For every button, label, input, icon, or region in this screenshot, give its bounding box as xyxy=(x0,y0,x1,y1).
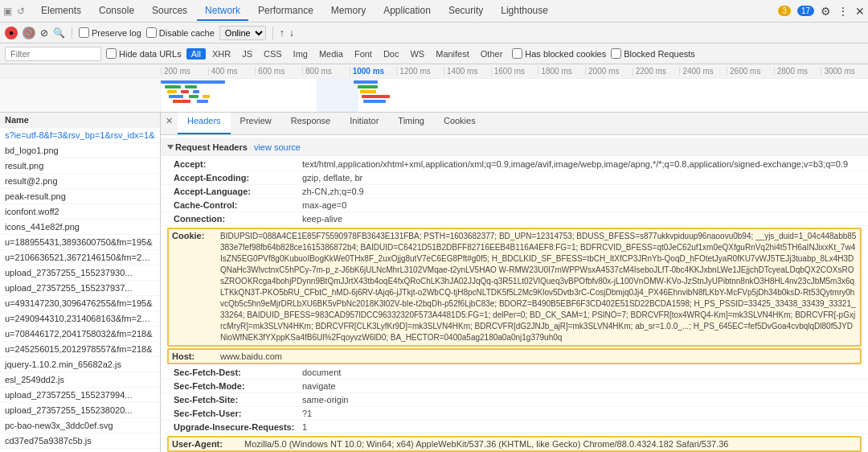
tab-timing[interactable]: Timing xyxy=(388,113,434,134)
svg-rect-10 xyxy=(197,100,208,103)
list-item[interactable]: pc-bao-new3x_3ddc0ef.svg xyxy=(0,418,160,434)
section-toggle-icon[interactable] xyxy=(167,145,174,150)
tick-1200: 1200 ms xyxy=(396,67,444,76)
list-item[interactable]: esl_2549dd2.js xyxy=(0,372,160,388)
header-name: Sec-Fetch-Dest: xyxy=(174,368,302,377)
svg-rect-13 xyxy=(360,90,376,93)
header-accept: Accept: text/html,application/xhtml+xml,… xyxy=(161,158,868,171)
header-sec-fetch-user: Sec-Fetch-User: ?1 xyxy=(161,407,868,421)
list-item[interactable]: cd37ed75a9387c5b.js xyxy=(0,434,160,449)
network-controls: ● 🚫 ⊘ 🔍 Preserve log Disable cache Onlin… xyxy=(0,23,868,43)
header-sec-fetch-dest: Sec-Fetch-Dest: document xyxy=(161,366,868,380)
list-item[interactable]: upload_27357255_155237994... xyxy=(0,388,160,403)
header-name: Sec-Fetch-Mode: xyxy=(174,381,302,391)
blocked-requests-checkbox[interactable] xyxy=(611,48,621,59)
filter-type-js[interactable]: JS xyxy=(237,48,257,60)
file-list: Name s?ie=utf-8&f=3&rsv_bp=1&rsv_idx=1& … xyxy=(0,113,161,452)
tab-headers[interactable]: Headers xyxy=(178,113,231,134)
tab-performance[interactable]: Performance xyxy=(250,2,321,21)
more-icon[interactable]: ⋮ xyxy=(837,5,849,18)
tick-3000: 3000 ms xyxy=(821,67,868,76)
warning-badge[interactable]: 3 xyxy=(778,6,791,16)
filter-type-manifest[interactable]: Manifest xyxy=(431,48,474,60)
tab-memory[interactable]: Memory xyxy=(323,2,374,21)
timeline-ruler: 200 ms 400 ms 600 ms 800 ms 1000 ms 1200… xyxy=(0,64,868,79)
disable-cache-label[interactable]: Disable cache xyxy=(146,27,215,38)
tab-initiator[interactable]: Initiator xyxy=(340,113,388,134)
record-button[interactable]: ● xyxy=(5,27,18,39)
tab-response[interactable]: Response xyxy=(281,113,341,134)
tab-preview[interactable]: Preview xyxy=(231,113,281,134)
devtools-toolbar: ▣ ↺ Elements Console Sources Network Per… xyxy=(0,0,868,23)
throttle-select[interactable]: Online xyxy=(219,26,266,40)
list-item[interactable]: result.png xyxy=(0,158,160,174)
hide-data-urls-checkbox[interactable] xyxy=(106,48,117,59)
list-item[interactable]: jquery-1.10.2.min_65682a2.js xyxy=(0,357,160,372)
filter-type-css[interactable]: CSS xyxy=(259,48,287,60)
header-cookie: Cookie: BIDUPSID=088A4CE1E85F75590978FB3… xyxy=(167,228,862,347)
header-value: navigate xyxy=(302,381,336,391)
list-item[interactable]: result@2.png xyxy=(0,174,160,189)
list-item[interactable]: upload_27357255_155238020... xyxy=(0,403,160,418)
preserve-log-checkbox[interactable] xyxy=(79,27,89,38)
filter-type-img[interactable]: Img xyxy=(289,48,313,60)
filter-type-xhr[interactable]: XHR xyxy=(207,48,235,60)
tab-console[interactable]: Console xyxy=(91,2,142,21)
header-name: Upgrade-Insecure-Requests: xyxy=(174,422,302,432)
header-value: gzip, deflate, br xyxy=(302,173,362,183)
tab-cookies[interactable]: Cookies xyxy=(434,113,485,134)
filter-bar: Hide data URLs All XHR JS CSS Img Media … xyxy=(0,43,868,64)
clear-button[interactable]: 🚫 xyxy=(23,27,35,39)
filter-icon[interactable]: ⊘ xyxy=(40,27,48,39)
tab-security[interactable]: Security xyxy=(440,2,491,21)
list-item[interactable]: s?ie=utf-8&f=3&rsv_bp=1&rsv_idx=1& xyxy=(0,128,160,143)
list-item[interactable]: u=2106636521,3672146150&fm=202& xyxy=(0,250,160,265)
svg-rect-4 xyxy=(181,90,189,93)
main-area: Name s?ie=utf-8&f=3&rsv_bp=1&rsv_idx=1& … xyxy=(0,113,868,452)
svg-rect-12 xyxy=(358,85,378,88)
filter-type-other[interactable]: Other xyxy=(476,48,508,60)
filter-type-ws[interactable]: WS xyxy=(405,48,429,60)
detail-panel: ✕ Headers Preview Response Initiator Tim… xyxy=(161,113,868,452)
list-item[interactable]: u=2490944310,2314068163&fm=218& xyxy=(0,311,160,327)
close-panel-icon[interactable]: ✕ xyxy=(161,113,178,134)
svg-rect-14 xyxy=(362,95,390,98)
list-item[interactable]: u=188955431,3893600750&fm=195& xyxy=(0,235,160,250)
hide-data-urls-label[interactable]: Hide data URLs xyxy=(106,48,182,59)
tab-network[interactable]: Network xyxy=(197,2,248,21)
list-item[interactable]: u=493147230,3096476255&fm=195& xyxy=(0,296,160,311)
tab-elements[interactable]: Elements xyxy=(33,2,89,21)
list-item[interactable]: icons_441e82f.png xyxy=(0,220,160,235)
filter-type-font[interactable]: Font xyxy=(350,48,377,60)
list-item[interactable]: peak-result.png xyxy=(0,189,160,204)
header-name: Cache-Control: xyxy=(174,200,302,210)
settings-icon[interactable]: ⚙ xyxy=(821,5,831,18)
blocked-requests-label[interactable]: Blocked Requests xyxy=(611,48,695,59)
header-cache-control: Cache-Control: max-age=0 xyxy=(161,199,868,212)
preserve-log-label[interactable]: Preserve log xyxy=(79,27,141,38)
tick-1400: 1400 ms xyxy=(444,67,491,76)
tab-lighthouse[interactable]: Lighthouse xyxy=(493,2,556,21)
list-item[interactable]: upload_27357255_155237937... xyxy=(0,281,160,296)
tab-sources[interactable]: Sources xyxy=(144,2,195,21)
blocked-cookies-checkbox[interactable] xyxy=(512,48,522,59)
list-item[interactable]: polyfill_9354efa.js xyxy=(0,449,160,452)
search-icon[interactable]: 🔍 xyxy=(53,27,65,39)
disable-cache-checkbox[interactable] xyxy=(146,27,157,38)
filter-type-doc[interactable]: Doc xyxy=(379,48,404,60)
filter-type-media[interactable]: Media xyxy=(314,48,348,60)
filter-type-all[interactable]: All xyxy=(186,48,206,60)
svg-rect-3 xyxy=(167,90,177,93)
header-value-user-agent: Mozilla/5.0 (Windows NT 10.0; Win64; x64… xyxy=(244,439,728,449)
list-item[interactable]: upload_27357255_155237930... xyxy=(0,265,160,281)
tab-application[interactable]: Application xyxy=(375,2,439,21)
list-item[interactable]: iconfont.woff2 xyxy=(0,204,160,220)
info-badge[interactable]: 17 xyxy=(797,6,814,16)
close-devtools-icon[interactable]: ✕ xyxy=(855,5,865,18)
list-item[interactable]: bd_logo1.png xyxy=(0,143,160,158)
blocked-cookies-label[interactable]: Has blocked cookies xyxy=(512,48,606,59)
list-item[interactable]: u=708446172,2041758032&fm=218& xyxy=(0,327,160,342)
filter-input[interactable] xyxy=(5,47,101,61)
view-source-link[interactable]: view source xyxy=(254,142,301,152)
list-item[interactable]: u=245256015,2012978557&fm=218& xyxy=(0,342,160,357)
